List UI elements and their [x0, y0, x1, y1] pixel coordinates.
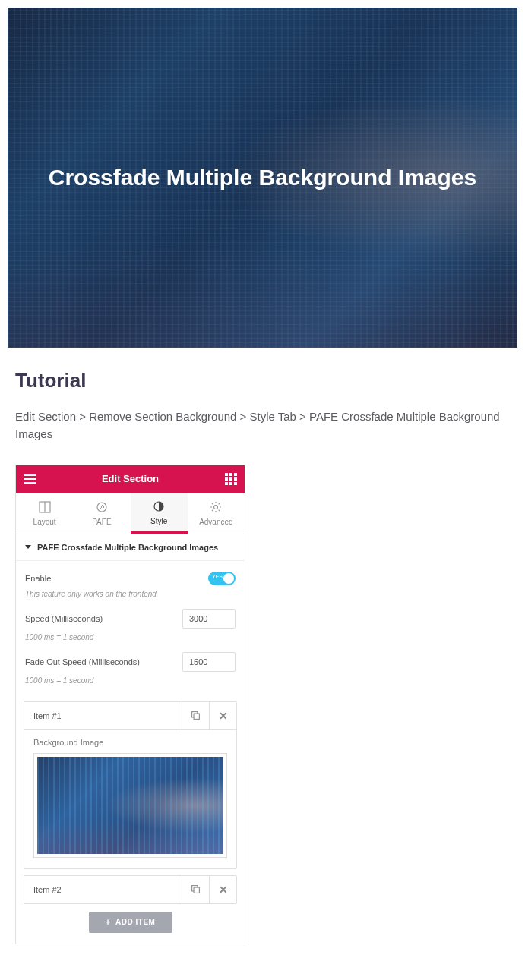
bg-image-label: Background Image	[33, 738, 227, 747]
speed-input[interactable]	[182, 609, 236, 629]
add-item-label: ADD ITEM	[115, 918, 155, 926]
tab-label: Layout	[33, 518, 56, 526]
apps-icon[interactable]	[225, 473, 237, 485]
menu-icon[interactable]	[24, 474, 36, 484]
toggle-text: YES	[212, 574, 223, 579]
tab-advanced[interactable]: Advanced	[188, 493, 245, 534]
style-icon	[153, 500, 165, 512]
tab-style[interactable]: Style	[131, 493, 188, 534]
caret-down-icon	[25, 545, 31, 549]
add-item-button[interactable]: + ADD ITEM	[89, 912, 172, 933]
gear-icon	[210, 501, 222, 513]
speed-label: Speed (Milliseconds)	[25, 614, 103, 623]
duplicate-button[interactable]	[182, 702, 209, 729]
fadeout-input[interactable]	[182, 652, 236, 672]
duplicate-button[interactable]	[182, 876, 209, 903]
delete-button[interactable]: ✕	[209, 876, 236, 903]
svg-rect-8	[194, 887, 199, 893]
elementor-panel-screenshot: Edit Section Layout PAFE	[15, 465, 245, 944]
bg-image-preview[interactable]	[33, 753, 227, 858]
tab-layout[interactable]: Layout	[16, 493, 73, 534]
copy-icon	[191, 711, 201, 720]
delete-button[interactable]: ✕	[209, 702, 236, 729]
item-title[interactable]: Item #2	[24, 876, 182, 903]
accordion-header[interactable]: PAFE Crossfade Multiple Background Image…	[16, 534, 245, 561]
panel-header: Edit Section	[16, 465, 245, 493]
plus-icon: +	[106, 918, 112, 927]
tab-label: Style	[150, 517, 167, 525]
speed-hint: 1000 ms = 1 second	[25, 633, 236, 641]
tab-pafe[interactable]: PAFE	[73, 493, 130, 534]
panel-tabs: Layout PAFE Style	[16, 493, 245, 534]
fadeout-label: Fade Out Speed (Milliseconds)	[25, 657, 140, 666]
copy-icon	[191, 884, 201, 894]
item-title[interactable]: Item #1	[24, 702, 182, 729]
accordion-title: PAFE Crossfade Multiple Background Image…	[37, 543, 218, 552]
enable-label: Enable	[25, 574, 51, 583]
tab-label: Advanced	[199, 518, 232, 526]
tutorial-heading: Tutorial	[15, 369, 510, 392]
tab-label: PAFE	[92, 518, 111, 526]
items-section: Item #1 ✕ Background Image	[16, 695, 245, 944]
svg-point-4	[214, 506, 218, 509]
hero-title: Crossfade Multiple Background Images	[33, 165, 492, 191]
svg-rect-6	[194, 714, 199, 719]
item-card: Item #2 ✕	[24, 875, 237, 904]
close-icon: ✕	[219, 884, 228, 896]
fadeout-hint: 1000 ms = 1 second	[25, 676, 236, 685]
pafe-icon	[96, 501, 108, 513]
tutorial-breadcrumb: Edit Section > Remove Section Background…	[15, 408, 510, 443]
panel-body: Enable YES This feature only works on th…	[16, 561, 245, 695]
bg-image-thumbnail	[37, 757, 223, 854]
panel-header-title: Edit Section	[102, 473, 159, 484]
item-card: Item #1 ✕ Background Image	[24, 701, 237, 869]
enable-hint: This feature only works on the frontend.	[25, 590, 236, 598]
enable-toggle[interactable]: YES	[208, 572, 236, 585]
layout-icon	[39, 501, 51, 513]
close-icon: ✕	[219, 710, 228, 722]
hero-banner: Crossfade Multiple Background Images	[8, 8, 517, 348]
